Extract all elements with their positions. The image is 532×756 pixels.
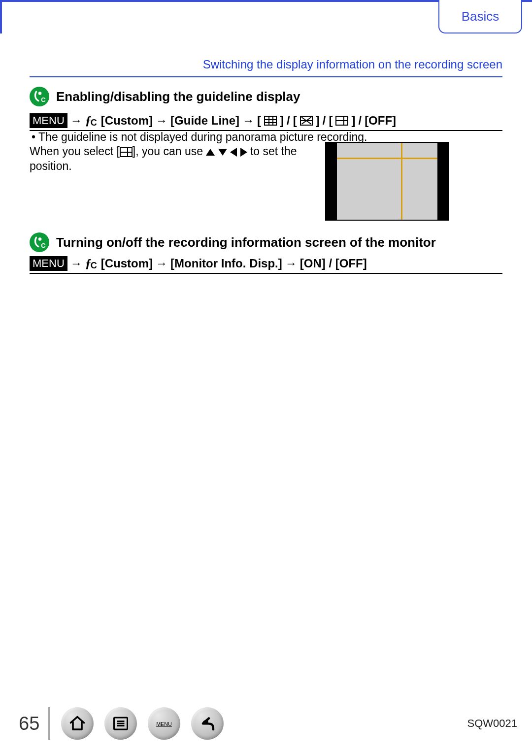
menu-button[interactable]: MENU [148, 707, 180, 740]
svg-text:C: C [41, 96, 46, 103]
onoff-label: [ON] / [OFF] [300, 257, 367, 270]
section-heading-monitor-info: C Turning on/off the recording informati… [30, 232, 436, 252]
custom-label: [Custom] [101, 114, 153, 128]
arrow-icon: → [285, 257, 297, 270]
slash: / [287, 114, 290, 128]
grid-offset-icon [120, 147, 133, 157]
preview-screen [337, 143, 437, 220]
menu-chip: MENU [30, 113, 67, 128]
guideline-v [401, 143, 402, 220]
bullet: • [32, 131, 35, 143]
svg-text:C: C [41, 242, 46, 249]
arrow-icon: → [70, 257, 82, 270]
right-arrow-icon [240, 148, 247, 157]
slash: / [323, 114, 326, 128]
body-pre: When you select [ [30, 145, 120, 158]
note-text: The guideline is not displayed during pa… [38, 131, 367, 143]
grid-3x3-icon [264, 116, 277, 126]
contents-button[interactable] [104, 707, 137, 740]
custom-wrench-icon: ƒC [85, 113, 98, 128]
document-id: SQW0021 [467, 717, 518, 730]
page-top-border-left [0, 0, 2, 33]
off-label: [OFF] [365, 114, 396, 128]
grid-diagonal-icon [300, 116, 313, 126]
item-label: [Guide Line] [170, 114, 239, 128]
guideline-h [337, 158, 437, 159]
slash: / [358, 114, 362, 128]
item-label: [Monitor Info. Disp.] [170, 257, 282, 270]
arrow-icon: → [242, 114, 254, 128]
home-button[interactable] [61, 707, 94, 740]
arrow-icon: → [70, 114, 82, 128]
footer: 65 MENU SQW0021 [19, 706, 517, 741]
arrow-icon: → [156, 257, 167, 270]
custom-badge-icon: C [30, 87, 49, 106]
down-arrow-icon [218, 149, 227, 156]
category-label: Basics [462, 9, 499, 24]
page-number: 65 [19, 713, 39, 734]
svg-point-0 [38, 92, 42, 95]
section-heading-guideline: C Enabling/disabling the guideline displ… [30, 87, 300, 106]
menu-chip: MENU [30, 256, 67, 271]
left-arrow-icon [230, 148, 237, 157]
guideline-preview [325, 142, 449, 221]
menu-path-guideline: MENU → ƒC [Custom] → [Guide Line] → [] /… [30, 113, 502, 131]
body-mid: ], you can use [133, 145, 206, 158]
up-arrow-icon [206, 149, 215, 156]
section-title: Enabling/disabling the guideline display [56, 89, 300, 104]
custom-label: [Custom] [101, 257, 153, 270]
custom-wrench-icon: ƒC [85, 256, 98, 271]
section-title: Turning on/off the recording information… [56, 235, 436, 250]
custom-badge-icon: C [30, 232, 49, 252]
category-tab: Basics [438, 0, 522, 33]
footer-divider [48, 707, 50, 740]
menu-path-monitor-info: MENU → ƒC [Custom] → [Monitor Info. Disp… [30, 256, 502, 274]
svg-text:MENU: MENU [156, 721, 172, 727]
back-button[interactable] [191, 707, 224, 740]
note-line: • The guideline is not displayed during … [32, 131, 367, 144]
grid-offset-icon [335, 116, 348, 126]
page-subtitle: Switching the display information on the… [30, 58, 502, 71]
arrow-icon: → [156, 114, 167, 128]
divider [30, 76, 502, 77]
svg-point-2 [38, 237, 42, 241]
body-text: When you select [], you can use to set t… [30, 144, 305, 174]
